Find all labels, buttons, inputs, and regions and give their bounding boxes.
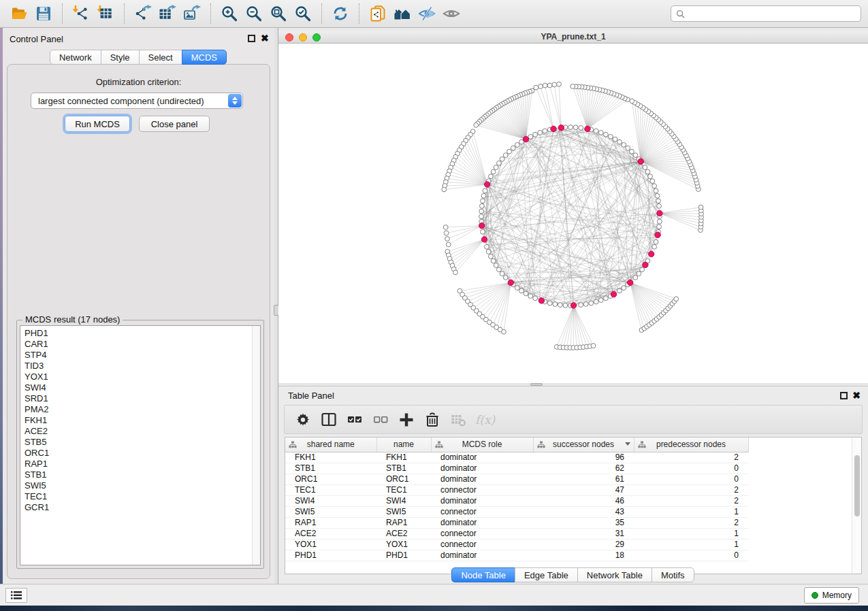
export-image-icon[interactable]	[180, 2, 204, 25]
zoom-in-icon[interactable]	[217, 2, 242, 25]
column-header-MCDS-role[interactable]: MCDS role	[431, 437, 533, 452]
network-node[interactable]	[483, 188, 487, 193]
network-node[interactable]	[491, 259, 496, 263]
mcds-result-item[interactable]: TEC1	[25, 491, 260, 502]
mcds-node[interactable]	[485, 182, 490, 187]
network-node[interactable]	[568, 125, 573, 130]
mcds-result-item[interactable]: STP4	[25, 350, 260, 361]
network-node[interactable]	[486, 250, 491, 254]
optimization-criterion-select[interactable]: largest connected component (undirected)	[31, 93, 243, 109]
split-panel-icon[interactable]	[320, 410, 338, 429]
window-minimize-icon[interactable]	[299, 33, 307, 42]
memory-button[interactable]: Memory	[804, 587, 859, 604]
network-node[interactable]	[481, 229, 485, 234]
network-node[interactable]	[543, 129, 547, 133]
table-panel-float-icon[interactable]	[840, 392, 848, 399]
zoom-out-icon[interactable]	[242, 2, 266, 25]
mcds-result-item[interactable]: PHD1	[25, 328, 260, 339]
leaf-node[interactable]	[547, 83, 552, 88]
network-node[interactable]	[617, 139, 622, 144]
network-node[interactable]	[617, 288, 622, 293]
network-node[interactable]	[655, 193, 660, 198]
clone-network-icon[interactable]	[366, 2, 390, 25]
leaf-node[interactable]	[539, 84, 543, 89]
mcds-result-item[interactable]: SWI5	[25, 480, 260, 491]
export-table-icon[interactable]	[155, 2, 180, 25]
column-header-predecessor-nodes[interactable]: predecessor nodes	[634, 437, 748, 452]
network-node[interactable]	[652, 184, 657, 188]
tab-network-table[interactable]: Network Table	[577, 567, 652, 582]
mcds-node[interactable]	[655, 232, 660, 237]
network-node[interactable]	[608, 135, 613, 139]
mcds-result-item[interactable]: CAR1	[25, 339, 260, 350]
network-canvas[interactable]	[278, 44, 868, 383]
refresh-layout-icon[interactable]	[328, 2, 353, 25]
leaf-node[interactable]	[534, 85, 539, 90]
network-node[interactable]	[481, 193, 486, 198]
network-node[interactable]	[604, 132, 609, 137]
network-node[interactable]	[500, 271, 504, 276]
mcds-node[interactable]	[657, 210, 662, 216]
import-network-icon[interactable]	[69, 2, 93, 25]
table-row[interactable]: SWI5SWI5connector431	[285, 506, 748, 517]
mcds-node[interactable]	[551, 126, 556, 131]
network-node[interactable]	[494, 165, 498, 170]
table-row[interactable]: FKH1FKH1dominator962	[285, 452, 748, 463]
leaf-node[interactable]	[698, 205, 703, 210]
mcds-node[interactable]	[585, 126, 590, 131]
window-close-icon[interactable]	[285, 33, 293, 42]
mcds-result-list[interactable]: PHD1CAR1STP4TID3YOX1SWI4SRD1PMA2FKH1ACE2…	[20, 325, 261, 565]
network-node[interactable]	[511, 146, 515, 150]
mcds-node[interactable]	[570, 303, 576, 308]
network-node[interactable]	[637, 271, 641, 276]
leaf-node[interactable]	[502, 329, 507, 334]
table-panel-close-icon[interactable]: ✖	[852, 391, 861, 400]
table-row[interactable]: STB1STB1dominator620	[285, 463, 748, 474]
mcds-result-item[interactable]: ACE2	[25, 426, 260, 437]
network-node[interactable]	[507, 149, 512, 154]
network-node[interactable]	[626, 146, 630, 150]
network-node[interactable]	[489, 254, 494, 259]
mcds-node[interactable]	[611, 291, 616, 297]
network-node[interactable]	[479, 214, 484, 219]
table-scrollbar-thumb[interactable]	[854, 455, 860, 516]
network-node[interactable]	[489, 174, 494, 179]
task-history-button[interactable]	[5, 588, 27, 603]
leaf-node[interactable]	[674, 297, 679, 301]
network-node[interactable]	[589, 301, 594, 306]
column-header-successor-nodes[interactable]: successor nodes	[533, 437, 634, 452]
table-settings-icon[interactable]	[294, 410, 312, 429]
network-node[interactable]	[533, 296, 538, 301]
network-node[interactable]	[622, 286, 626, 291]
close-panel-button[interactable]: Close panel	[139, 116, 210, 132]
import-table-icon[interactable]	[93, 2, 118, 25]
network-node[interactable]	[515, 143, 519, 148]
mcds-result-item[interactable]: FKH1	[25, 415, 260, 426]
mcds-list-scrollbar[interactable]	[252, 326, 260, 565]
mcds-result-item[interactable]: GCR1	[25, 502, 260, 513]
mcds-node[interactable]	[628, 280, 633, 285]
network-graph[interactable]	[278, 44, 868, 383]
network-node[interactable]	[480, 203, 485, 208]
network-node[interactable]	[533, 132, 538, 137]
network-node[interactable]	[528, 294, 533, 299]
leaf-node[interactable]	[543, 83, 547, 88]
mcds-result-item[interactable]: SRD1	[25, 393, 260, 404]
zoom-selected-icon[interactable]	[291, 2, 315, 25]
network-node[interactable]	[481, 199, 485, 203]
mcds-result-item[interactable]: YOX1	[25, 371, 260, 382]
network-node[interactable]	[519, 288, 524, 293]
tab-select[interactable]: Select	[139, 50, 182, 65]
control-panel-close-icon[interactable]: ✖	[261, 33, 269, 43]
leaf-node[interactable]	[552, 82, 557, 87]
leaf-node[interactable]	[453, 270, 458, 275]
network-node[interactable]	[645, 169, 650, 174]
network-node[interactable]	[538, 131, 543, 135]
network-node[interactable]	[622, 143, 626, 148]
network-node[interactable]	[579, 126, 583, 131]
leaf-node[interactable]	[442, 187, 447, 192]
table-row[interactable]: RAP1RAP1dominator352	[285, 517, 748, 528]
open-session-icon[interactable]	[7, 2, 31, 25]
network-node[interactable]	[497, 161, 502, 165]
network-node[interactable]	[485, 244, 489, 249]
